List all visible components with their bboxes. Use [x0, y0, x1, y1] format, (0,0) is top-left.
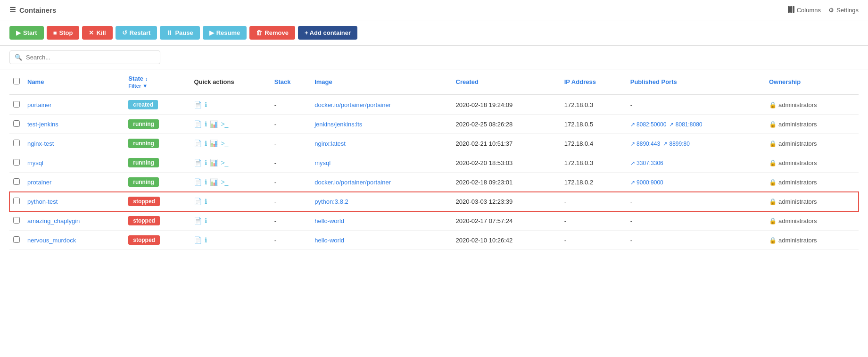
inspect-icon[interactable]: ℹ: [205, 236, 207, 244]
inspect-icon[interactable]: ℹ: [205, 120, 207, 128]
inspect-icon[interactable]: ℹ: [205, 178, 207, 186]
stop-button[interactable]: ■ Stop: [47, 26, 80, 40]
table-row: nginx-testrunning📄ℹ📊>_-nginx:latest2020-…: [9, 134, 859, 153]
ip-cell: 172.18.0.5: [561, 115, 627, 134]
inspect-icon[interactable]: ℹ: [205, 140, 207, 147]
start-button[interactable]: ▶ Start: [9, 26, 44, 40]
quick-actions: 📄ℹ: [194, 236, 266, 244]
image-link[interactable]: hello-world: [314, 237, 344, 244]
container-name-link[interactable]: portainer: [27, 101, 51, 108]
port-link[interactable]: ↗ 8899:80: [663, 141, 690, 147]
table-row: amazing_chaplyginstopped📄ℹ-hello-world20…: [9, 211, 859, 231]
filter-icon: ▼: [142, 83, 148, 89]
exec-icon[interactable]: >_: [221, 178, 228, 186]
quick-actions: 📄ℹ📊>_: [194, 140, 266, 147]
logs-icon[interactable]: 📄: [194, 159, 202, 166]
port-link[interactable]: ↗ 8081:8080: [669, 121, 702, 128]
kill-button[interactable]: ✕ Kill: [82, 26, 112, 40]
logs-icon[interactable]: 📄: [194, 236, 202, 244]
port-link[interactable]: ↗ 8890:443: [630, 141, 660, 147]
created-cell: 2020-02-25 08:26:28: [452, 115, 561, 134]
stats-icon[interactable]: 📊: [210, 140, 218, 147]
ip-column-header[interactable]: IP Address: [561, 69, 627, 95]
container-name-link[interactable]: protainer: [27, 179, 51, 186]
logs-icon[interactable]: 📄: [194, 198, 202, 205]
settings-button[interactable]: ⚙ Settings: [828, 7, 859, 14]
state-badge: running: [128, 177, 159, 187]
row-checkbox[interactable]: [13, 120, 20, 127]
row-checkbox[interactable]: [13, 217, 20, 224]
ports-cell: ↗ 9000:9000: [627, 173, 765, 192]
table-row: python-teststopped📄ℹ-python:3.8.22020-03…: [9, 192, 859, 211]
exec-icon[interactable]: >_: [221, 120, 228, 128]
container-name-link[interactable]: test-jenkins: [27, 121, 58, 128]
image-link[interactable]: python:3.8.2: [314, 198, 348, 205]
columns-button[interactable]: Columns: [788, 6, 821, 14]
remove-button[interactable]: 🗑 Remove: [249, 26, 295, 40]
image-link[interactable]: mysql: [314, 159, 331, 166]
port-link[interactable]: ↗ 3307:3306: [630, 160, 663, 166]
exec-icon[interactable]: >_: [221, 140, 228, 147]
name-column-header[interactable]: Name: [24, 69, 124, 95]
stats-icon[interactable]: 📊: [210, 178, 218, 186]
stack-column-header[interactable]: Stack: [271, 69, 311, 95]
image-link[interactable]: jenkins/jenkins:lts: [314, 121, 362, 128]
image-link[interactable]: nginx:latest: [314, 140, 346, 147]
container-name-link[interactable]: amazing_chaplygin: [27, 217, 80, 224]
select-all-checkbox[interactable]: [13, 78, 20, 84]
port-link[interactable]: ↗ 8082:50000: [630, 121, 667, 128]
container-name-link[interactable]: mysql: [27, 159, 43, 166]
ownership-cell: 🔒administrators: [769, 237, 855, 244]
stack-cell: -: [271, 95, 311, 115]
ownership-column-header[interactable]: Ownership: [765, 69, 859, 95]
logs-icon[interactable]: 📄: [194, 120, 202, 128]
inspect-icon[interactable]: ℹ: [205, 217, 207, 224]
table-header-row: Name State ↕ Filter ▼: [9, 69, 859, 95]
quick-actions: 📄ℹ📊>_: [194, 178, 266, 186]
add-container-button[interactable]: + Add container: [298, 26, 357, 40]
inspect-icon[interactable]: ℹ: [205, 159, 207, 166]
stack-cell: -: [271, 173, 311, 192]
row-checkbox[interactable]: [13, 198, 20, 204]
image-column-header[interactable]: Image: [311, 69, 452, 95]
ownership-cell: 🔒administrators: [769, 179, 855, 186]
row-checkbox[interactable]: [13, 236, 20, 243]
port-link[interactable]: ↗ 9000:9000: [630, 179, 663, 186]
image-link[interactable]: docker.io/portainer/portainer: [314, 179, 391, 186]
logs-icon[interactable]: 📄: [194, 101, 202, 108]
stats-icon[interactable]: 📊: [210, 120, 218, 128]
container-name-link[interactable]: nginx-test: [27, 140, 54, 147]
stats-icon[interactable]: 📊: [210, 159, 218, 166]
logs-icon[interactable]: 📄: [194, 217, 202, 224]
inspect-icon[interactable]: ℹ: [205, 101, 207, 108]
exec-icon[interactable]: >_: [221, 159, 228, 166]
image-link[interactable]: hello-world: [314, 217, 344, 224]
container-name-link[interactable]: nervous_murdock: [27, 237, 76, 244]
ports-cell: -: [627, 192, 765, 211]
created-column-header[interactable]: Created: [452, 69, 561, 95]
state-badge: running: [128, 158, 159, 167]
row-checkbox[interactable]: [13, 140, 20, 146]
resume-button[interactable]: ▶ Resume: [203, 26, 247, 40]
row-checkbox[interactable]: [13, 101, 20, 108]
row-checkbox[interactable]: [13, 159, 20, 166]
ownership-label: administrators: [778, 237, 817, 244]
ownership-icon: 🔒: [769, 217, 777, 224]
logs-icon[interactable]: 📄: [194, 140, 202, 147]
ownership-icon: 🔒: [769, 237, 777, 244]
inspect-icon[interactable]: ℹ: [205, 198, 207, 205]
restart-button[interactable]: ↺ Restart: [116, 26, 157, 40]
quick-actions: 📄ℹ📊>_: [194, 120, 266, 128]
logs-icon[interactable]: 📄: [194, 178, 202, 186]
state-column-header[interactable]: State ↕ Filter ▼: [124, 69, 190, 95]
container-name-link[interactable]: python-test: [27, 198, 58, 205]
created-cell: 2020-02-20 18:53:03: [452, 153, 561, 173]
ports-column-header[interactable]: Published Ports: [627, 69, 765, 95]
image-link[interactable]: docker.io/portainer/portainer: [314, 101, 391, 108]
search-input[interactable]: [26, 54, 155, 61]
quick-actions: 📄ℹ: [194, 217, 266, 224]
ownership-icon: 🔒: [769, 121, 777, 128]
row-checkbox[interactable]: [13, 178, 20, 185]
search-icon: 🔍: [15, 54, 22, 61]
pause-button[interactable]: ⏸ Pause: [160, 26, 199, 40]
